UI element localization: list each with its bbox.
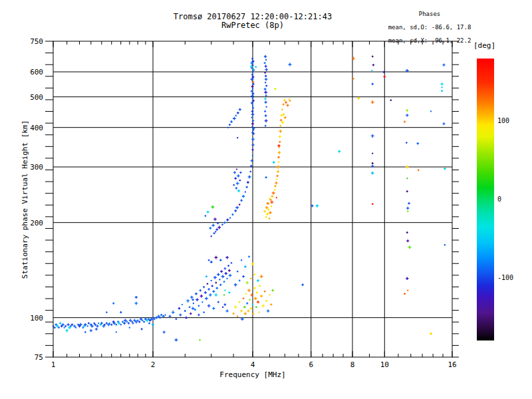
colorbar-tick-label: 100 [497,117,509,124]
x-tick-label: 10 [380,360,389,369]
y-tick-label: 600 [30,68,43,76]
y-axis-label: Stationary phase Virtual Height [km] [21,120,29,279]
ionogram-screen: Tromsø 20170627 12:20:00-12:21:43 RwPret… [0,0,532,399]
colorbar-tick-label: 0 [497,196,501,203]
y-tick-label: 300 [30,163,43,172]
y-tick-label: 75 [35,353,43,362]
x-tick-label: 8 [350,360,355,369]
ionogram-plot: 12468101675100200300400500600750 [0,0,532,399]
series-e_region_trace [53,296,166,333]
scatter-points [53,55,446,342]
x-axis-label: Frequency [MHz] [53,370,452,379]
series-ef_scatter_cloud [163,205,275,342]
series-f_region_x_trace [263,88,291,219]
y-tick-label: 400 [30,124,43,132]
colorbar-tick-label: -100 [497,274,513,281]
y-tick-label: 100 [30,314,43,323]
phase-colorbar [477,59,494,340]
x-tick-label: 6 [309,360,313,369]
y-tick-label: 750 [30,37,43,46]
series-sporadic_echoes [255,56,446,335]
x-tick-label: 16 [448,360,456,369]
y-tick-label: 200 [30,219,43,227]
x-tick-label: 4 [251,360,255,369]
y-tick-label: 500 [30,93,43,102]
x-tick-label: 2 [151,360,156,369]
x-tick-label: 1 [51,360,56,369]
colorbar-unit-label: [deg] [473,41,495,50]
series-f_region_o_trace [209,55,268,237]
